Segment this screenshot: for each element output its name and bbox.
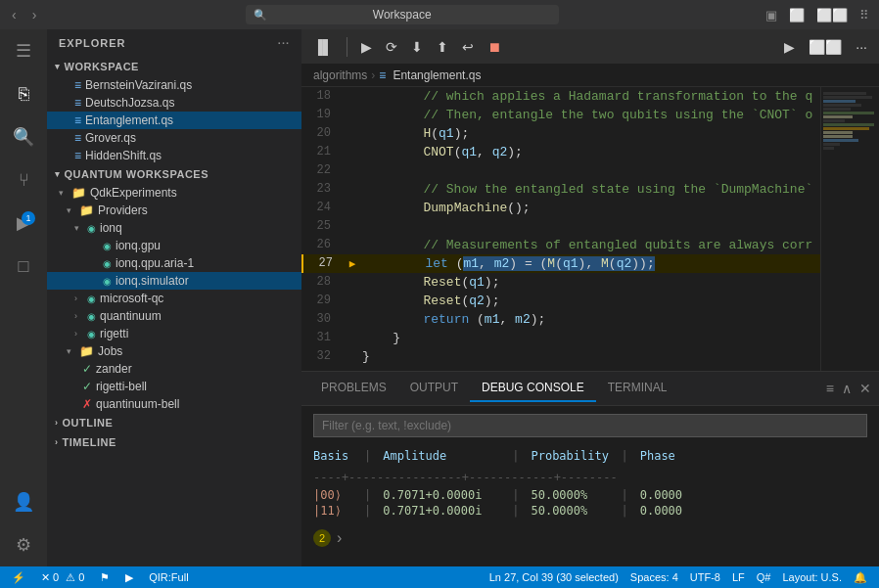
filter-input[interactable] [313,414,867,437]
status-position[interactable]: Ln 27, Col 39 (30 selected) [486,571,623,584]
code-line-24: 24 DumpMachine(); [301,199,820,217]
file-hiddenshift[interactable]: ≡ HiddenShift.qs [47,147,301,164]
run-btn[interactable]: ▶ [780,37,799,57]
activity-search[interactable]: 🔍 [10,123,37,151]
table-row-1: |00⟩ | 0.7071+0.0000i | 50.0000% | 0.000… [313,488,867,502]
activity-run-debug[interactable]: ▶ 1 [10,209,37,237]
tab-problems[interactable]: PROBLEMS [309,375,398,402]
split-editor-btn[interactable]: ⬜⬜ [805,37,846,57]
job-zander[interactable]: ✓ zander [47,360,301,378]
breadcrumb-algorithms[interactable]: algorithms [313,68,367,82]
rigetti[interactable]: › ◉ rigetti [47,325,301,342]
restart-btn[interactable]: ⟳ [382,37,401,57]
ionq-gpu[interactable]: ◉ ionq.gpu [47,237,301,254]
pipe2: | [512,449,519,463]
status-layout[interactable]: Layout: U.S. [778,571,846,584]
ionq-simulator[interactable]: ◉ ionq.simulator [47,272,301,290]
spaces-label: Spaces: 4 [630,571,678,583]
debug-arrow-21 [343,143,358,161]
prompt-caret: › [337,529,342,547]
file-entanglement[interactable]: ≡ Entanglement.qs [47,112,301,129]
code-line-29: 29 Reset(q2); [301,292,820,310]
layout-btn-1[interactable]: ▣ [763,6,779,24]
panel-up-btn[interactable]: ∧ [842,381,852,396]
debug-arrow-23 [343,180,358,199]
qdk-icon: 📁 [71,186,86,200]
status-run[interactable]: ▶ [121,571,137,584]
jobs[interactable]: ▾ 📁 Jobs [47,342,301,360]
ionq-icon: ◉ [87,223,96,234]
activity-menu[interactable]: ☰ [10,37,37,65]
providers-icon: 📁 [79,204,94,217]
quantinuum[interactable]: › ◉ quantinuum [47,307,301,325]
breadcrumb: algorithms › ≡ Entanglement.qs [301,65,879,87]
outline-section[interactable]: › OUTLINE [47,413,301,432]
activity-explorer[interactable]: ⎘ [10,80,37,108]
status-debug[interactable]: ⚡ [8,571,29,584]
file-grover[interactable]: ≡ Grover.qs [47,129,301,147]
status-encoding[interactable]: UTF-8 [686,571,724,584]
line-num-19: 19 [301,106,343,124]
activity-extensions[interactable]: □ [10,252,37,280]
status-bell[interactable]: 🔔 [850,571,871,584]
ionq-aria[interactable]: ◉ ionq.qpu.aria-1 [47,254,301,272]
panel-close-btn[interactable]: ✕ [859,381,871,396]
file-deutsch[interactable]: ≡ DeutschJozsa.qs [47,94,301,112]
stop-btn[interactable]: ⏹ [484,37,505,57]
debug-arrow-24 [343,199,358,217]
line-num-26: 26 [301,236,343,254]
line-num-25: 25 [301,217,343,236]
status-right: Ln 27, Col 39 (30 selected) Spaces: 4 UT… [486,571,871,584]
layout-btn-2[interactable]: ⬜ [787,6,807,24]
step-out-btn[interactable]: ⬆ [433,37,452,57]
job-quantinuum-bell[interactable]: ✗ quantinuum-bell [47,395,301,413]
ionq[interactable]: ▾ ◉ ionq [47,219,301,237]
qdk-experiments[interactable]: ▾ 📁 QdkExperiments [47,184,301,202]
more-btn[interactable]: ··· [852,37,871,57]
step-over-btn[interactable]: ▐▌ [309,37,337,57]
layout-btn-4[interactable]: ⠿ [857,6,871,24]
activity-settings[interactable]: ⚙ [10,531,37,559]
continue-btn[interactable]: ▶ [357,37,376,57]
step-into-btn[interactable]: ⬇ [407,37,427,57]
job-rigetti-bell[interactable]: ✓ rigetti-bell [47,378,301,395]
status-qir[interactable]: QIR:Full [145,571,192,583]
file-label-deutsch: DeutschJozsa.qs [85,96,174,110]
file-icon-entanglement: ≡ [74,113,81,127]
status-spaces[interactable]: Spaces: 4 [626,571,682,584]
rollback-btn[interactable]: ↩ [458,37,478,57]
workspace-arrow: ▾ [55,62,61,71]
tab-output[interactable]: OUTPUT [398,375,470,402]
tab-debug-console[interactable]: DEBUG CONSOLE [470,375,596,402]
breadcrumb-file[interactable]: Entanglement.qs [393,68,481,82]
line-content-25 [358,217,820,236]
debug-arrow-31 [343,329,358,347]
quantum-section[interactable]: ▾ QUANTUM WORKSPACES [47,164,301,184]
activity-accounts[interactable]: 👤 [10,488,37,516]
code-line-26: 26 // Measurements of entangled qubits a… [301,236,820,254]
sidebar-menu-btn[interactable]: ··· [278,37,290,49]
timeline-section[interactable]: › TIMELINE [47,432,301,452]
forward-button[interactable]: › [28,5,41,24]
status-info[interactable]: ⚑ [96,571,114,584]
panel: PROBLEMS OUTPUT DEBUG CONSOLE TERMINAL ≡… [301,371,879,566]
status-eol[interactable]: LF [728,571,749,584]
back-button[interactable]: ‹ [8,5,21,24]
header-phase: Phase [640,449,718,463]
code-editor[interactable]: 18 // which applies a Hadamard transform… [301,87,820,371]
search-input[interactable] [246,5,559,24]
quantum-label: QUANTUM WORKSPACES [65,168,209,180]
workspace-section[interactable]: ▾ WORKSPACE [47,57,301,76]
tab-terminal[interactable]: TERMINAL [596,375,679,402]
panel-filter-btn[interactable]: ≡ [826,381,834,396]
basis-00: |00⟩ [313,488,352,502]
status-errors[interactable]: ✕ 0 ⚠ 0 [37,571,88,584]
providers[interactable]: ▾ 📁 Providers [47,202,301,219]
line-content-30: return (m1, m2); [358,310,820,329]
file-bernstein[interactable]: ≡ BernsteinVazirani.qs [47,76,301,94]
layout-btn-3[interactable]: ⬜⬜ [814,6,850,24]
microsoft-qc[interactable]: › ◉ microsoft-qc [47,290,301,307]
timeline-label: TIMELINE [63,436,116,448]
activity-source-control[interactable]: ⑂ [10,166,37,194]
status-language[interactable]: Q# [753,571,775,584]
